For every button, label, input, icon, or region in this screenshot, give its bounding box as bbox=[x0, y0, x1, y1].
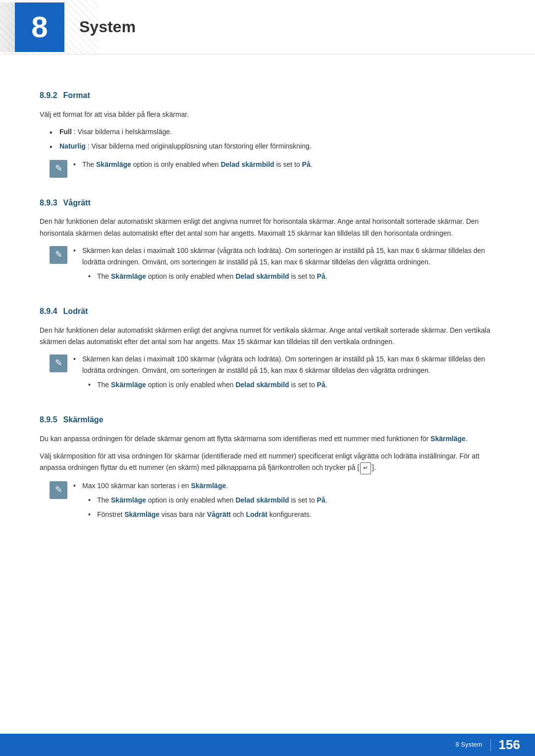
term-pa: På bbox=[317, 272, 325, 280]
section-893-title: Vågrätt bbox=[63, 197, 91, 209]
section-895-heading: 8.9.5 Skärmläge bbox=[40, 413, 495, 426]
footer-divider bbox=[490, 739, 491, 751]
term-full: Full bbox=[59, 128, 72, 136]
list-item: Full : Visar bilderna i helskärmsläge. bbox=[50, 126, 495, 138]
term-pa: På bbox=[317, 496, 325, 504]
section-894-title: Lodrät bbox=[63, 305, 88, 318]
header-content: 8 System bbox=[0, 2, 136, 52]
term-pa: På bbox=[302, 160, 311, 168]
note-icon bbox=[50, 246, 67, 264]
page-header: 8 System bbox=[0, 0, 535, 54]
main-content: 8.9.2 Format Välj ett format för att vis… bbox=[0, 54, 535, 569]
term-skarmläge: Skärmläge bbox=[124, 510, 160, 518]
note-sub-list: The Skärmläge option is only enabled whe… bbox=[88, 379, 495, 391]
term-naturlig: Naturlig bbox=[59, 142, 86, 150]
section-894-note: Skärmen kan delas i maximalt 100 skärmar… bbox=[50, 353, 495, 394]
section-894-intro: Den här funktionen delar automatiskt skä… bbox=[40, 325, 495, 348]
footer-page-number: 156 bbox=[499, 735, 520, 756]
note-icon bbox=[50, 354, 67, 372]
note-content: Max 100 skärmar kan sorteras i en Skärml… bbox=[73, 480, 495, 523]
page-footer: 8 System 156 bbox=[0, 734, 535, 756]
note-list: Skärmen kan delas i maximalt 100 skärmar… bbox=[73, 353, 495, 376]
chapter-number: 8 bbox=[31, 3, 48, 51]
list-item: The Skärmläge option is only enabled whe… bbox=[73, 159, 495, 170]
term-delad: Delad skärmbild bbox=[220, 160, 274, 168]
section-895-number: 8.9.5 bbox=[40, 413, 57, 426]
note-content: The Skärmläge option is only enabled whe… bbox=[73, 159, 495, 173]
term-lodrätt: Lodrät bbox=[246, 510, 268, 518]
section-895-note: Max 100 skärmar kan sorteras i en Skärml… bbox=[50, 480, 495, 523]
term-pa: På bbox=[317, 381, 325, 389]
footer-label: 8 System bbox=[455, 740, 482, 750]
bullet-text-naturlig: : Visar bilderna med originalupplösning … bbox=[88, 142, 312, 150]
section-893-heading: 8.9.3 Vågrätt bbox=[40, 197, 495, 209]
note-icon bbox=[50, 481, 67, 499]
term-vagratt: Vågrätt bbox=[207, 510, 231, 518]
chapter-number-block: 8 bbox=[15, 2, 64, 52]
section-892-intro: Välj ett format för att visa bilder på f… bbox=[40, 109, 495, 120]
list-item: Skärmen kan delas i maximalt 100 skärmar… bbox=[73, 245, 495, 268]
section-892-note: The Skärmläge option is only enabled whe… bbox=[50, 159, 495, 177]
enter-key-icon: ↵ bbox=[360, 462, 371, 474]
section-894-number: 8.9.4 bbox=[40, 305, 57, 318]
term-skarmläge: Skärmläge bbox=[96, 160, 131, 168]
section-893-number: 8.9.3 bbox=[40, 197, 57, 209]
note-content: Skärmen kan delas i maximalt 100 skärmar… bbox=[73, 353, 495, 394]
section-894-heading: 8.9.4 Lodrät bbox=[40, 305, 495, 318]
chapter-title: System bbox=[79, 14, 136, 40]
section-895-title: Skärmläge bbox=[63, 413, 104, 426]
section-892-bullets: Full : Visar bilderna i helskärmsläge. N… bbox=[40, 126, 495, 152]
term-skarmläge: Skärmläge bbox=[191, 482, 226, 490]
section-892-heading: 8.9.2 Format bbox=[40, 89, 495, 102]
note-content: Skärmen kan delas i maximalt 100 skärmar… bbox=[73, 245, 495, 285]
section-892-number: 8.9.2 bbox=[40, 89, 57, 102]
term-skarmläge: Skärmläge bbox=[111, 272, 146, 280]
note-list: Skärmen kan delas i maximalt 100 skärmar… bbox=[73, 245, 495, 268]
term-delad: Delad skärmbild bbox=[235, 381, 289, 389]
term-skarmläge: Skärmläge bbox=[430, 435, 466, 443]
note-list: The Skärmläge option is only enabled whe… bbox=[73, 159, 495, 170]
note-icon bbox=[50, 160, 67, 178]
list-item: The Skärmläge option is only enabled whe… bbox=[88, 495, 495, 506]
note-list: Max 100 skärmar kan sorteras i en Skärml… bbox=[73, 480, 495, 492]
section-893-intro: Den här funktionen delar automatiskt skä… bbox=[40, 216, 495, 239]
note-sub-list: The Skärmläge option is only enabled whe… bbox=[88, 495, 495, 520]
term-delad: Delad skärmbild bbox=[235, 272, 289, 280]
list-item: Skärmen kan delas i maximalt 100 skärmar… bbox=[73, 353, 495, 376]
list-item: Naturlig : Visar bilderna med originalup… bbox=[50, 141, 495, 152]
term-delad: Delad skärmbild bbox=[235, 496, 289, 504]
list-item: The Skärmläge option is only enabled whe… bbox=[88, 271, 495, 282]
bullet-text-full: : Visar bilderna i helskärmsläge. bbox=[74, 128, 172, 136]
section-895-intro1: Du kan anpassa ordningen för delade skär… bbox=[40, 433, 495, 445]
list-item: The Skärmläge option is only enabled whe… bbox=[88, 379, 495, 391]
list-item: Fönstret Skärmläge visas bara när Vågrät… bbox=[88, 509, 495, 520]
note-sub-list: The Skärmläge option is only enabled whe… bbox=[88, 271, 495, 282]
term-skarmläge: Skärmläge bbox=[111, 496, 146, 504]
section-892-title: Format bbox=[63, 89, 90, 102]
term-skarmläge: Skärmläge bbox=[111, 381, 146, 389]
list-item: Max 100 skärmar kan sorteras i en Skärml… bbox=[73, 480, 495, 492]
section-893-note: Skärmen kan delas i maximalt 100 skärmar… bbox=[50, 245, 495, 285]
section-895-intro2: Välj skärmposition för att visa ordninge… bbox=[40, 451, 495, 474]
